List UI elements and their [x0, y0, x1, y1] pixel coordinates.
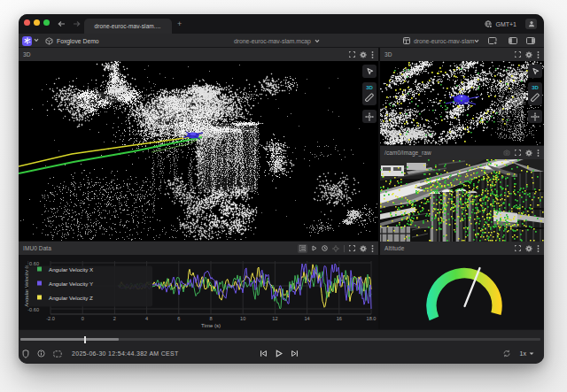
svg-text:Angular Velocity X: Angular Velocity X — [49, 266, 93, 273]
svg-text:18.0: 18.0 — [367, 316, 377, 321]
svg-text:8: 8 — [209, 316, 212, 321]
svg-text:6: 6 — [177, 316, 180, 321]
svg-text:Angular Velocity Z: Angular Velocity Z — [49, 295, 93, 301]
svg-text:14: 14 — [304, 316, 309, 321]
svg-text:-2.0: -2.0 — [46, 316, 55, 321]
svg-text:Angular Velocity Y: Angular Velocity Y — [49, 281, 93, 287]
svg-text:Time (s): Time (s) — [201, 323, 221, 328]
svg-text:0.60: 0.60 — [29, 261, 39, 266]
svg-text:-0.60: -0.60 — [27, 307, 39, 312]
svg-text:4: 4 — [145, 316, 148, 321]
svg-text:2: 2 — [113, 316, 116, 321]
svg-text:16: 16 — [337, 316, 342, 321]
svg-text:12: 12 — [272, 316, 277, 321]
svg-text:0: 0 — [82, 316, 84, 321]
svg-text:10: 10 — [240, 316, 245, 321]
